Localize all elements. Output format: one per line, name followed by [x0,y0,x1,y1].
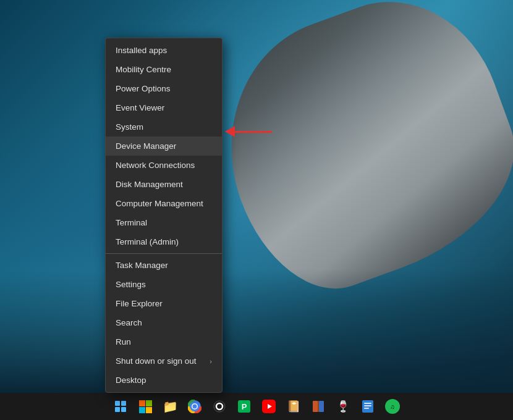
menu-item-computer-management[interactable]: Computer Management [106,194,222,213]
arrow-line [235,131,272,133]
menu-separator-1 [106,253,222,254]
svg-rect-3 [146,407,152,413]
menu-item-event-viewer[interactable]: Event Viewer [106,98,222,117]
menu-item-disk-management[interactable]: Disk Management [106,175,222,194]
svg-rect-1 [146,400,152,406]
menu-item-search[interactable]: Search [106,313,222,332]
svg-rect-18 [318,401,319,412]
menu-item-task-manager[interactable]: Task Manager [106,256,222,275]
menu-item-network-connections[interactable]: Network Connections [106,156,222,175]
menu-item-installed-apps[interactable]: Installed apps [106,41,222,60]
youtube-taskbar-icon[interactable] [258,395,280,418]
svg-rect-16 [313,401,318,412]
spotify-taskbar-icon[interactable]: ♫ [381,395,404,418]
menu-item-power-options[interactable]: Power Options [106,79,222,98]
svg-rect-0 [139,400,145,406]
svg-point-9 [193,405,197,409]
green-app-taskbar-icon[interactable]: P [233,395,255,418]
spotify-logo-icon: ♫ [385,399,400,414]
menu-item-shutdown[interactable]: Shut down or sign out › [106,351,222,371]
svg-rect-2 [139,407,145,413]
ocean-gradient [0,269,513,393]
context-menu: Installed apps Mobility Centre Power Opt… [105,38,223,393]
menu-item-terminal-admin[interactable]: Terminal (Admin) [106,232,222,251]
windows-logo-icon [115,401,126,412]
taskbar: 📁 P 📔 [0,393,513,420]
photos-icon[interactable] [134,395,156,418]
submenu-arrow-icon: › [210,358,212,365]
annotation-arrow [226,126,272,137]
menu-item-mobility-centre[interactable]: Mobility Centre [106,60,222,79]
menu-item-desktop[interactable]: Desktop [106,371,222,390]
file-explorer-taskbar-icon[interactable]: 📁 [159,395,181,418]
menu-item-device-manager[interactable]: Device Manager [106,136,222,156]
menu-item-file-explorer[interactable]: File Explorer [106,294,222,313]
o-app-taskbar-icon[interactable] [208,395,231,418]
menu-item-settings[interactable]: Settings [106,275,222,294]
notepad-taskbar-icon[interactable] [357,395,379,418]
svg-point-10 [214,401,225,412]
menu-item-run[interactable]: Run [106,332,222,351]
chrome-taskbar-icon[interactable] [184,395,206,418]
desktop-background [0,0,513,393]
menu-item-system[interactable]: System [106,117,222,136]
start-button[interactable] [109,395,132,418]
svg-text:P: P [242,402,247,411]
svg-rect-17 [319,401,324,412]
sticky-notes-taskbar-icon[interactable]: 📔 [282,395,305,418]
svg-rect-22 [364,408,369,409]
svg-rect-21 [364,405,371,406]
books-taskbar-icon[interactable] [307,395,329,418]
svg-rect-20 [364,403,371,404]
wine-taskbar-icon[interactable]: 🍷 [332,395,354,418]
menu-item-terminal[interactable]: Terminal [106,213,222,232]
arrowhead-icon [225,126,235,137]
